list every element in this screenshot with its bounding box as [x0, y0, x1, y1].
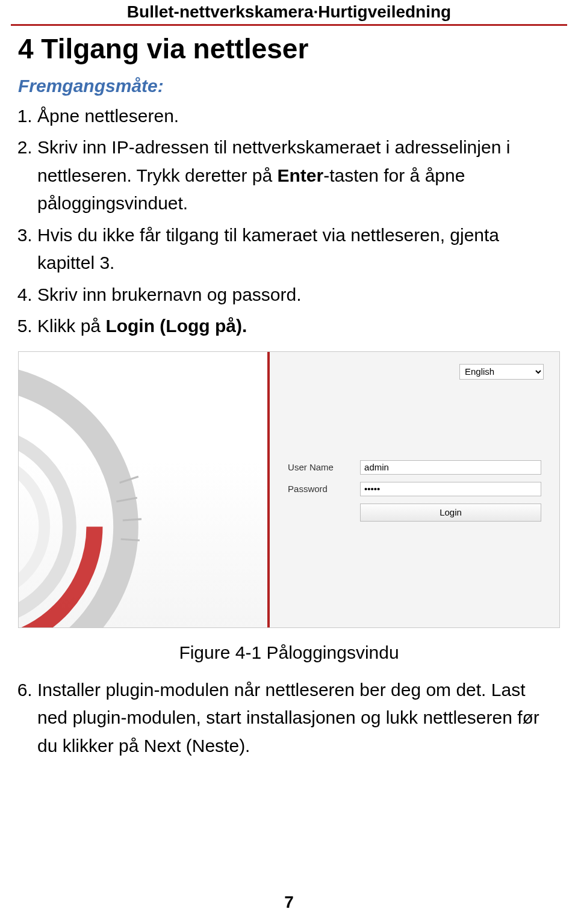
arc-graphic — [19, 364, 267, 627]
login-button[interactable]: Login — [360, 504, 541, 522]
step-1: Åpne nettleseren. — [37, 102, 560, 131]
login-panel: English User Name Password Login — [270, 352, 559, 627]
step-5-text-a: Klikk på — [37, 316, 105, 336]
language-select[interactable]: English — [459, 364, 544, 380]
svg-line-7 — [121, 539, 140, 540]
step-2-bold: Enter — [278, 165, 324, 185]
running-head: Bullet-nettverkskamera·Hurtigveiledning — [0, 0, 578, 24]
step-5: Klikk på Login (Logg på). — [37, 312, 560, 340]
username-row: User Name — [288, 460, 541, 475]
step-3: Hvis du ikke får tilgang til kameraet vi… — [37, 221, 560, 277]
login-screenshot: English User Name Password Login — [18, 351, 560, 628]
section-heading: 4 Tilgang via nettleser — [18, 33, 560, 65]
page-number: 7 — [0, 893, 578, 912]
step-4: Skriv inn brukernavn og passord. — [37, 281, 560, 309]
password-input[interactable] — [360, 482, 541, 496]
steps-list-2: Installer plugin-modulen når nettleseren… — [18, 676, 560, 760]
step-2: Skriv inn IP-adressen til nettverkskamer… — [37, 134, 560, 218]
username-input[interactable] — [360, 460, 541, 475]
method-label: Fremgangsmåte: — [18, 76, 560, 96]
username-label: User Name — [288, 462, 360, 472]
step-6: Installer plugin-modulen når nettleseren… — [37, 676, 560, 760]
svg-point-3 — [19, 458, 45, 596]
svg-line-6 — [123, 519, 141, 520]
figure-caption: Figure 4-1 Påloggingsvindu — [0, 642, 578, 663]
steps-list-1: Åpne nettleseren. Skriv inn IP-adressen … — [18, 102, 560, 340]
password-row: Password — [288, 482, 541, 496]
login-screenshot-left — [19, 352, 267, 627]
password-label: Password — [288, 484, 360, 494]
step-5-bold: Login (Logg på). — [105, 316, 247, 336]
red-divider — [11, 24, 567, 26]
